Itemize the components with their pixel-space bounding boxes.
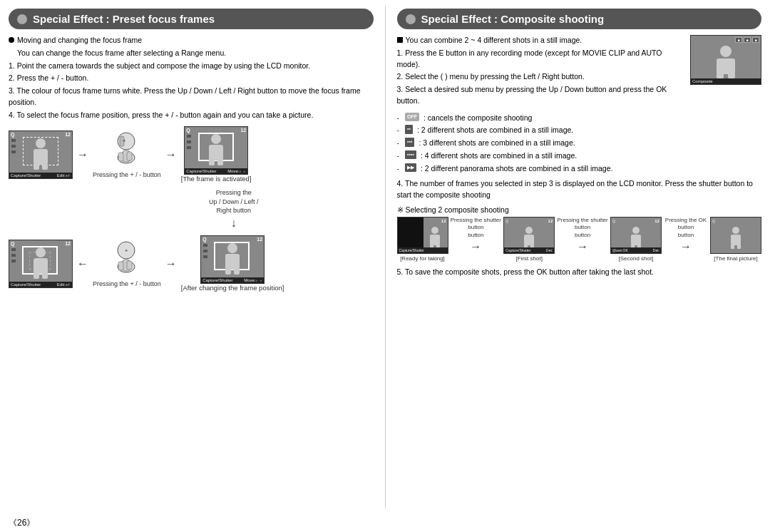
camera-img-1: Q 12 Cap	[9, 131, 73, 179]
svg-point-33	[431, 227, 438, 234]
shot-ready-label: [Ready for taking]	[400, 255, 445, 262]
step4-text: 4. The number of frames you selected in …	[397, 178, 762, 201]
svg-rect-47	[731, 245, 734, 249]
svg-text:+: +	[125, 247, 128, 254]
camera-img-4: Q 12 Cap	[200, 235, 265, 284]
svg-point-41	[632, 227, 640, 234]
composite-shots-row: 12 Capture/Shutter [Ready for taking]	[397, 217, 762, 262]
shot-second: Q 12 @ave:OKDet: [Second shot]	[610, 217, 662, 262]
right-title: Special Effect : Composite shooting	[421, 13, 605, 25]
arrow-right-2: →	[165, 148, 177, 161]
svg-rect-18	[42, 272, 48, 279]
left-section-header: Special Effect : Preset focus frames	[9, 9, 374, 29]
top-images-row: Q 12 Cap	[9, 126, 374, 183]
svg-point-11	[211, 134, 221, 144]
step5-text: 5. To save the composite shots, press th…	[397, 267, 762, 278]
svg-rect-24	[118, 262, 123, 270]
left-title: Special Effect : Preset focus frames	[33, 13, 215, 25]
svg-rect-1	[34, 149, 48, 165]
pressing-shutter-2: Pressing the shutter button button	[557, 217, 608, 239]
svg-rect-9	[127, 152, 132, 160]
bullet-icon	[9, 37, 14, 43]
shot-final-label: [The final picture]	[714, 255, 757, 262]
hand-svg-2: +	[107, 240, 146, 279]
svg-rect-27	[225, 268, 231, 275]
shot-final: Q [The final picture]	[710, 217, 761, 262]
svg-rect-28	[234, 268, 240, 275]
svg-text:+: +	[123, 138, 126, 144]
svg-point-45	[732, 227, 739, 234]
bottom-images-row: Q 12	[9, 235, 374, 292]
left-panel: Special Effect : Preset focus frames Mov…	[6, 6, 376, 508]
svg-rect-31	[717, 73, 724, 78]
right-section-header: Special Effect : Composite shooting	[397, 9, 762, 29]
shot-first-label: [First shot]	[516, 255, 543, 262]
arrow-right-1: →	[77, 148, 88, 161]
shot-first: Q 12 Capture/ShutterDet: [First shot]	[503, 217, 555, 262]
selecting-title: ※ Selecting 2 composite shooting	[397, 205, 762, 214]
svg-rect-26	[225, 254, 240, 270]
page-footer: 《26》	[0, 514, 770, 532]
svg-rect-14	[217, 159, 223, 165]
svg-rect-42	[631, 235, 641, 245]
shot-second-label: [Second shot]	[619, 255, 654, 262]
svg-rect-32	[728, 73, 735, 78]
arrow-right-3: →	[165, 257, 177, 270]
svg-point-29	[720, 46, 732, 57]
svg-rect-10	[118, 153, 123, 161]
svg-rect-16	[34, 258, 48, 274]
arrow-pressing-ok: Pressing the OK button button →	[664, 217, 708, 253]
sub-items-block: - OFF : cancels the composite shooting -…	[397, 113, 762, 175]
shot-ready: 12 Capture/Shutter [Ready for taking]	[397, 217, 448, 262]
frame-activated-label: [The frame is activated]	[181, 175, 252, 183]
svg-rect-30	[717, 58, 735, 74]
svg-rect-12	[209, 145, 223, 160]
hand-svg-1: +	[107, 131, 146, 170]
after-frame-label: [After changing the frame position]	[181, 284, 284, 292]
top-right-composite: ■ ■ ■ Composite	[690, 35, 761, 85]
right-text-block: You can combine 2 ~ 4 different shots in…	[397, 35, 685, 108]
footer-page: 《26》	[9, 517, 35, 529]
camera-img-3: Q 12	[9, 240, 73, 288]
right-bullet	[397, 37, 403, 43]
camera-img-2: Q 12 Cap	[184, 126, 248, 175]
svg-rect-48	[737, 245, 741, 249]
panel-divider	[385, 6, 386, 508]
svg-rect-46	[731, 235, 741, 245]
pressing-updown-label: Pressing the Up / Down / Left / Right bu…	[209, 188, 259, 215]
pressing-ok-label: Pressing the OK button button	[664, 217, 708, 239]
svg-rect-38	[524, 235, 534, 245]
arrow-left-bottom: ←	[77, 257, 88, 270]
svg-point-25	[227, 243, 237, 253]
right-header-bullet	[406, 14, 416, 24]
svg-point-37	[525, 227, 533, 234]
svg-point-0	[36, 138, 46, 148]
right-panel: Special Effect : Composite shooting You …	[394, 6, 765, 508]
pressing-plus-top-label: Pressing the + / - button	[93, 171, 161, 178]
pressing-shutter-1: Pressing the shutter button button	[451, 217, 502, 239]
arrow-down: ↓	[94, 217, 374, 230]
svg-rect-2	[34, 163, 39, 170]
svg-rect-3	[42, 163, 48, 170]
svg-rect-17	[34, 272, 39, 279]
arrow-pressing-1: Pressing the shutter button button →	[451, 217, 502, 253]
arrow-pressing-2: Pressing the shutter button button →	[557, 217, 608, 253]
svg-point-15	[36, 247, 46, 257]
right-top-area: You can combine 2 ~ 4 different shots in…	[397, 35, 762, 113]
svg-rect-34	[430, 235, 440, 245]
left-text-block: Moving and changing the focus frame You …	[9, 35, 374, 121]
header-bullet	[17, 14, 27, 24]
svg-rect-13	[209, 159, 215, 165]
svg-rect-23	[127, 261, 132, 270]
pressing-plus-bottom-label: Pressing the + / - button	[93, 280, 161, 287]
